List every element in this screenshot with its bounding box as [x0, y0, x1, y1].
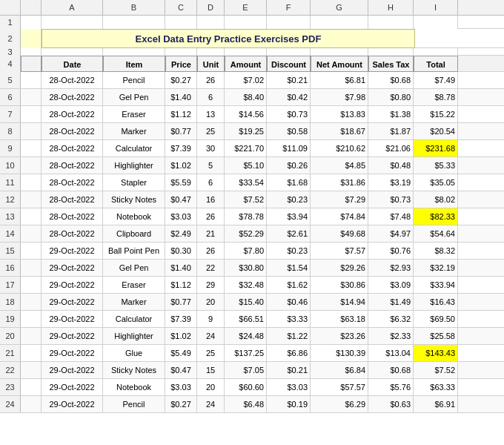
cell-item-12[interactable]: Sticky Notes: [103, 191, 165, 208]
cell-net-12[interactable]: $7.29: [311, 191, 368, 208]
cell-tax-6[interactable]: $0.80: [368, 89, 414, 105]
cell-tax-13[interactable]: $7.48: [368, 208, 414, 225]
cell-d3[interactable]: [165, 48, 197, 56]
col-header-i[interactable]: H: [368, 0, 414, 15]
cell-price-23[interactable]: $3.03: [165, 379, 197, 395]
cell-item-21[interactable]: Glue: [103, 345, 165, 361]
cell-item-8[interactable]: Marker: [103, 123, 165, 139]
cell-price-22[interactable]: $0.47: [165, 362, 197, 378]
cell-unit-6[interactable]: 6: [197, 89, 225, 105]
cell-discount-19[interactable]: $3.33: [267, 311, 311, 327]
cell-item-10[interactable]: Highlighter: [103, 157, 165, 174]
cell-item-9[interactable]: Calculator: [103, 140, 165, 156]
cell-amount-12[interactable]: $7.52: [225, 191, 267, 208]
cell-date-14[interactable]: 28-Oct-2022: [42, 225, 103, 242]
cell-amount-7[interactable]: $14.56: [225, 106, 267, 122]
cell-unit-16[interactable]: 22: [197, 260, 225, 276]
cell-date-16[interactable]: 29-Oct-2022: [42, 260, 103, 276]
cell-c1[interactable]: [103, 16, 165, 29]
cell-net-22[interactable]: $6.84: [311, 362, 368, 378]
cell-total-17[interactable]: $33.94: [414, 277, 458, 293]
cell-price-10[interactable]: $1.02: [165, 157, 197, 174]
cell-total-8[interactable]: $20.54: [414, 123, 458, 139]
cell-i1[interactable]: [368, 16, 414, 29]
cell-total-16[interactable]: $32.19: [414, 260, 458, 276]
cell-discount-24[interactable]: $0.19: [267, 396, 311, 412]
cell-total-12[interactable]: $8.02: [414, 191, 458, 208]
cell-a7[interactable]: [21, 106, 42, 122]
cell-unit-19[interactable]: 9: [197, 311, 225, 327]
cell-j1[interactable]: [414, 16, 458, 29]
cell-a22[interactable]: [21, 362, 42, 378]
cell-tax-22[interactable]: $0.68: [368, 362, 414, 378]
cell-date-8[interactable]: 28-Oct-2022: [42, 123, 103, 139]
cell-item-19[interactable]: Calculator: [103, 311, 165, 327]
cell-tax-16[interactable]: $2.93: [368, 260, 414, 276]
cell-price-18[interactable]: $0.77: [165, 294, 197, 310]
cell-discount-16[interactable]: $1.54: [267, 260, 311, 276]
cell-item-13[interactable]: Notebook: [103, 208, 165, 225]
cell-item-5[interactable]: Pencil: [103, 72, 165, 88]
cell-amount-16[interactable]: $30.80: [225, 260, 267, 276]
cell-b3[interactable]: [42, 48, 103, 56]
col-header-e[interactable]: D: [197, 0, 225, 15]
cell-price-21[interactable]: $5.49: [165, 345, 197, 361]
cell-amount-5[interactable]: $7.02: [225, 72, 267, 88]
cell-price-7[interactable]: $1.12: [165, 106, 197, 122]
col-header-g[interactable]: F: [267, 0, 311, 15]
cell-date-9[interactable]: 28-Oct-2022: [42, 140, 103, 156]
cell-price-19[interactable]: $7.39: [165, 311, 197, 327]
cell-discount-23[interactable]: $3.03: [267, 379, 311, 395]
cell-total-6[interactable]: $8.78: [414, 89, 458, 105]
cell-amount-17[interactable]: $32.48: [225, 277, 267, 293]
cell-price-9[interactable]: $7.39: [165, 140, 197, 156]
cell-a14[interactable]: [21, 225, 42, 242]
cell-a11[interactable]: [21, 174, 42, 191]
cell-amount-11[interactable]: $33.54: [225, 174, 267, 191]
cell-total-21[interactable]: $143.43: [414, 345, 458, 361]
cell-date-11[interactable]: 28-Oct-2022: [42, 174, 103, 191]
cell-h1[interactable]: [311, 16, 368, 29]
cell-unit-13[interactable]: 26: [197, 208, 225, 225]
cell-price-8[interactable]: $0.77: [165, 123, 197, 139]
cell-a19[interactable]: [21, 311, 42, 327]
cell-amount-13[interactable]: $78.78: [225, 208, 267, 225]
cell-discount-10[interactable]: $0.26: [267, 157, 311, 174]
cell-tax-7[interactable]: $1.38: [368, 106, 414, 122]
cell-date-23[interactable]: 29-Oct-2022: [42, 379, 103, 395]
cell-a20[interactable]: [21, 328, 42, 344]
col-header-b[interactable]: A: [42, 0, 103, 15]
cell-unit-10[interactable]: 5: [197, 157, 225, 174]
cell-a12[interactable]: [21, 191, 42, 208]
cell-net-15[interactable]: $7.57: [311, 243, 368, 259]
cell-unit-9[interactable]: 30: [197, 140, 225, 156]
cell-unit-24[interactable]: 24: [197, 396, 225, 412]
cell-unit-12[interactable]: 16: [197, 191, 225, 208]
cell-discount-22[interactable]: $0.21: [267, 362, 311, 378]
cell-item-20[interactable]: Highlighter: [103, 328, 165, 344]
cell-date-19[interactable]: 29-Oct-2022: [42, 311, 103, 327]
cell-price-14[interactable]: $2.49: [165, 225, 197, 242]
cell-net-23[interactable]: $57.57: [311, 379, 368, 395]
cell-tax-18[interactable]: $1.49: [368, 294, 414, 310]
cell-date-10[interactable]: 28-Oct-2022: [42, 157, 103, 174]
cell-tax-20[interactable]: $2.33: [368, 328, 414, 344]
col-header-j[interactable]: I: [414, 0, 458, 15]
cell-a5[interactable]: [21, 72, 42, 88]
cell-a17[interactable]: [21, 277, 42, 293]
cell-total-22[interactable]: $7.52: [414, 362, 458, 378]
cell-total-11[interactable]: $35.05: [414, 174, 458, 191]
cell-unit-11[interactable]: 6: [197, 174, 225, 191]
cell-price-24[interactable]: $0.27: [165, 396, 197, 412]
cell-d1[interactable]: [165, 16, 197, 29]
cell-item-17[interactable]: Eraser: [103, 277, 165, 293]
cell-discount-7[interactable]: $0.73: [267, 106, 311, 122]
cell-price-11[interactable]: $5.59: [165, 174, 197, 191]
cell-total-20[interactable]: $25.58: [414, 328, 458, 344]
cell-item-23[interactable]: Notebook: [103, 379, 165, 395]
cell-net-24[interactable]: $6.29: [311, 396, 368, 412]
cell-amount-10[interactable]: $5.10: [225, 157, 267, 174]
cell-discount-6[interactable]: $0.42: [267, 89, 311, 105]
cell-a13[interactable]: [21, 208, 42, 225]
cell-item-14[interactable]: Clipboard: [103, 225, 165, 242]
